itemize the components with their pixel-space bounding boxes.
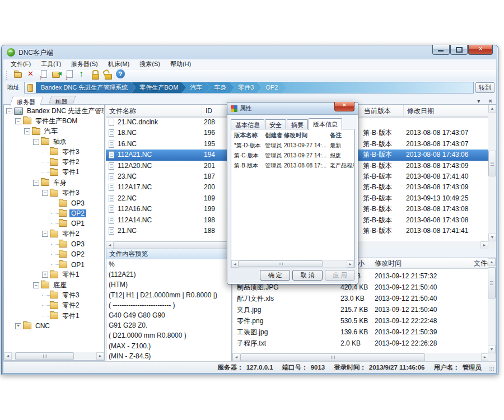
attachment-vscrollbar[interactable]: ▲ ▼ <box>488 258 496 353</box>
collapse-icon[interactable]: − <box>33 139 39 145</box>
collapse-icon[interactable]: − <box>15 118 21 124</box>
menu-item[interactable]: 机床(M) <box>103 59 135 69</box>
menu-item[interactable]: 帮助(H) <box>165 59 196 69</box>
dialog-close-icon[interactable] <box>334 102 354 111</box>
column-header[interactable]: 版本名称 <box>234 130 258 139</box>
new-folder-icon[interactable] <box>12 69 23 80</box>
scrollbar-thumb[interactable] <box>15 352 74 360</box>
tree-node[interactable]: 零件2 <box>4 301 104 311</box>
scroll-left-icon[interactable]: ◄ <box>4 352 12 360</box>
tree-node[interactable]: −汽车 <box>4 127 104 137</box>
delete-icon[interactable] <box>25 69 36 80</box>
view-tab[interactable]: 机器 <box>48 96 76 105</box>
scroll-right-icon[interactable]: ► <box>96 352 104 360</box>
lock-icon[interactable] <box>90 69 100 80</box>
tree-node[interactable]: 零件1 <box>4 167 104 178</box>
attachment-row[interactable]: 工装图.jpg139.6 KB2013-09-12 21:50:39 <box>232 326 489 338</box>
tree-node[interactable]: −Bandex DNC 先进生产管理系统 <box>4 106 104 116</box>
scrollbar-thumb[interactable] <box>488 151 496 176</box>
maximize-icon[interactable] <box>450 45 468 55</box>
close-icon[interactable] <box>468 45 493 55</box>
file-checkout-icon[interactable] <box>64 69 74 80</box>
tree-node[interactable]: 零件3 <box>4 147 104 157</box>
attachment-row[interactable]: 配刀文件.xls23.0 KB2013-09-12 21:50:40 <box>232 293 489 304</box>
attachment-row[interactable]: 夹具.jpg215.7 KB2013-09-12 21:50:40 <box>232 304 489 315</box>
unlock-icon[interactable] <box>102 69 113 80</box>
menu-item[interactable]: 服务器(S) <box>66 59 103 69</box>
title-bar[interactable]: DNC客户端 <box>2 45 498 59</box>
ok-button[interactable]: 确 定 <box>260 270 290 281</box>
scroll-down-icon[interactable]: ▼ <box>488 346 496 353</box>
breadcrumb-segment[interactable]: Bandex DNC 先进生产管理系统 <box>36 82 136 93</box>
tree-node[interactable]: −零件3 <box>4 188 104 198</box>
dialog-hscrollbar[interactable]: ◄ ► <box>231 260 354 268</box>
file-list-vscrollbar[interactable]: ▲ ▼ <box>488 105 496 241</box>
menu-item[interactable]: 工具(T) <box>36 59 66 69</box>
collapse-icon[interactable]: − <box>42 190 48 196</box>
dialog-title-bar[interactable]: 属性 <box>227 102 358 115</box>
tree-node[interactable]: 零件2 <box>4 157 104 167</box>
tree-node[interactable]: −车身 <box>4 178 104 188</box>
tree-node[interactable]: −底座 <box>4 280 104 290</box>
scrollbar-thumb[interactable] <box>240 353 425 361</box>
column-header[interactable]: 修改时间 <box>284 130 307 139</box>
scrollbar-thumb[interactable] <box>488 267 496 298</box>
menu-item[interactable]: 搜索(S) <box>134 59 165 69</box>
menu-item[interactable]: 文件(F) <box>6 59 36 69</box>
scroll-left-icon[interactable]: ◄ <box>232 353 240 361</box>
collapse-icon[interactable]: − <box>42 231 48 237</box>
tree-node[interactable]: −零件2 <box>4 229 104 239</box>
help-icon[interactable] <box>115 69 126 80</box>
tree-node[interactable]: +CNC <box>4 321 104 331</box>
collapse-icon[interactable]: − <box>6 108 12 114</box>
cancel-button[interactable]: 取 消 <box>292 270 323 281</box>
close-tab-icon[interactable] <box>488 95 493 105</box>
tree-node[interactable]: OP1 <box>4 259 104 269</box>
expand-icon[interactable]: + <box>42 272 48 278</box>
breadcrumb-segment[interactable]: 零件生产BOM <box>131 82 186 93</box>
scroll-right-icon[interactable]: ► <box>347 260 354 268</box>
column-header[interactable]: 修改时间 <box>375 258 402 268</box>
attachment-hscrollbar[interactable]: ◄ ► <box>232 353 489 361</box>
tree-node[interactable]: OP3 <box>4 198 104 208</box>
tree-node[interactable]: −轴承 <box>4 137 104 147</box>
collapse-icon[interactable]: − <box>33 282 39 288</box>
tree-node[interactable]: OP2 <box>4 249 104 259</box>
column-header[interactable]: 修改日期 <box>404 105 488 117</box>
go-button[interactable]: 转到 <box>475 82 494 93</box>
chevron-down-icon[interactable] <box>477 95 486 105</box>
tree-node[interactable]: OP3 <box>4 239 104 249</box>
column-header[interactable]: 文件名称 <box>106 105 202 117</box>
upload-icon[interactable] <box>77 69 87 80</box>
tree-node[interactable]: OP2 <box>4 208 104 218</box>
folder-import-icon[interactable] <box>51 69 62 80</box>
view-tab[interactable]: 服务器 <box>10 96 44 106</box>
minimize-icon[interactable] <box>432 45 450 55</box>
column-header[interactable]: ID <box>202 105 230 117</box>
column-header[interactable]: 当前版本 <box>361 105 404 117</box>
tree-node[interactable]: OP1 <box>4 218 104 228</box>
scroll-right-icon[interactable]: ► <box>480 241 488 249</box>
expand-icon[interactable]: + <box>15 323 21 329</box>
tree-node[interactable]: 零件1 <box>4 311 104 321</box>
scroll-up-icon[interactable]: ▲ <box>488 105 496 113</box>
collapse-icon[interactable]: − <box>24 128 30 134</box>
column-header[interactable]: 备注 <box>330 130 342 139</box>
collapse-icon[interactable]: − <box>33 180 39 186</box>
tree-hscrollbar[interactable]: ◄ ► <box>4 352 104 360</box>
scrollbar-thumb[interactable] <box>239 260 323 267</box>
scroll-down-icon[interactable]: ▼ <box>488 234 496 241</box>
toolbar-grip[interactable] <box>6 71 10 80</box>
attachment-row[interactable]: 子程序.txt2.0 KB2013-09-12 22:26:28 <box>232 338 489 349</box>
column-header[interactable]: 创建者 <box>265 130 283 139</box>
scroll-up-icon[interactable]: ▲ <box>488 258 496 266</box>
dialog-tab[interactable]: 版本信息 <box>309 118 342 130</box>
scroll-left-icon[interactable]: ◄ <box>106 241 114 249</box>
scroll-left-icon[interactable]: ◄ <box>231 260 239 268</box>
attachment-row[interactable]: 零件.png530.5 KB2013-09-12 22:22:48 <box>232 315 489 326</box>
resize-grip[interactable] <box>489 366 494 371</box>
tree-node[interactable]: −零件生产BOM <box>4 116 104 126</box>
file-checkin-icon[interactable] <box>38 69 49 80</box>
breadcrumb-segment[interactable]: 零件3 <box>230 82 262 93</box>
tree-node[interactable]: 零件3 <box>4 290 104 300</box>
